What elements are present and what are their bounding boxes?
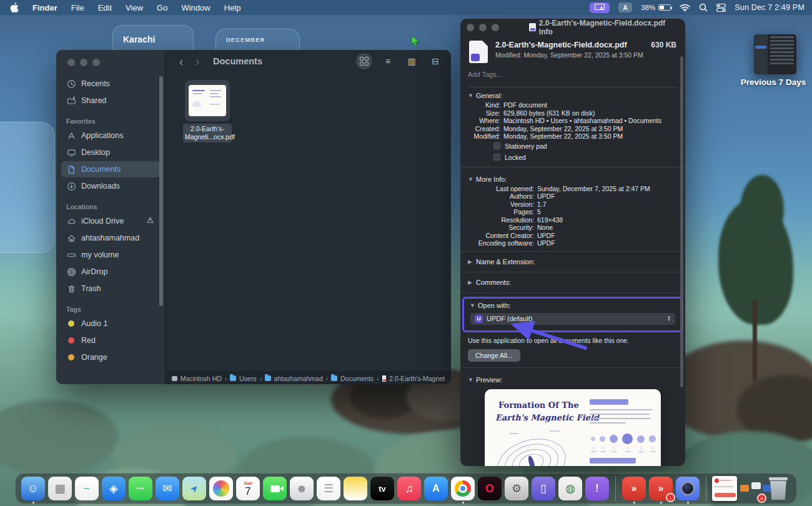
sidebar-item-desktop[interactable]: Desktop: [61, 144, 160, 161]
sidebar-item-shared[interactable]: Shared: [61, 92, 160, 109]
disclosure-triangle-icon[interactable]: ▶: [468, 259, 473, 265]
info-traffic-lights[interactable]: [467, 24, 499, 31]
dock-chrome[interactable]: [450, 474, 475, 503]
close-button[interactable]: [467, 24, 474, 31]
sidebar-item-downloads[interactable]: Downloads: [61, 178, 160, 194]
change-all-button[interactable]: Change All...: [468, 349, 520, 362]
dock-calendar[interactable]: Sun7: [235, 474, 260, 503]
open-with-dropdown[interactable]: U UPDF (default) ▲▼: [470, 312, 676, 325]
dock-reminders[interactable]: ☰: [316, 474, 341, 503]
menu-item-go[interactable]: Go: [157, 3, 167, 12]
path-segment[interactable]: ahtashamahmad: [274, 375, 323, 382]
more-info-section-header[interactable]: ▼More Info:: [460, 171, 685, 185]
sidebar-item-icloud-drive[interactable]: iCloud Drive: [61, 213, 160, 229]
zoom-button[interactable]: [92, 59, 100, 66]
battery-indicator[interactable]: 38%: [641, 4, 671, 11]
minimize-button[interactable]: [80, 59, 87, 66]
collapsed-section-name-extension-[interactable]: ▶Name & Extension:: [460, 255, 685, 268]
menu-item-window[interactable]: Window: [181, 3, 210, 12]
dock-notes[interactable]: [343, 474, 368, 503]
calendar-widget[interactable]: DECEMBER: [215, 29, 300, 50]
list-view-button[interactable]: ≡: [380, 53, 396, 69]
dock-photos[interactable]: [209, 474, 234, 503]
spotlight-search-icon[interactable]: [699, 3, 708, 12]
dock-mail[interactable]: ✉: [155, 474, 180, 503]
document-icon: [66, 164, 76, 174]
dock-trash[interactable]: [766, 474, 791, 503]
info-panel-scrollbar[interactable]: [680, 56, 683, 387]
dock-minimized-document-window[interactable]: [712, 474, 737, 503]
dock-launchpad[interactable]: ▦: [47, 474, 72, 503]
menu-clock[interactable]: Sun Dec 7 2:49 PM: [735, 3, 805, 12]
add-tags-field[interactable]: Add Tags...: [468, 71, 678, 87]
control-center-icon[interactable]: [716, 4, 726, 12]
sidebar-item-documents[interactable]: Documents: [61, 161, 160, 177]
apple-menu-icon[interactable]: [10, 2, 19, 12]
sidebar-item-audio-1[interactable]: Audio 1: [61, 315, 160, 332]
close-button[interactable]: [67, 59, 75, 66]
dock-contacts[interactable]: ☻: [289, 474, 314, 503]
dock-iphone-mirroring[interactable]: ▯: [531, 474, 556, 503]
checkbox[interactable]: [493, 154, 500, 161]
open-with-section-header[interactable]: ▼Open with:: [470, 300, 676, 309]
minimize-button[interactable]: [479, 24, 487, 31]
collapsed-section-comments-[interactable]: ▶Comments:: [460, 276, 685, 289]
file-icon-selected[interactable]: 2.0-Earth's- Magneti...ocx.pdf: [183, 80, 232, 142]
disclosure-triangle-icon[interactable]: ▼: [468, 377, 473, 383]
dock-operagx[interactable]: O: [477, 474, 502, 503]
sidebar-item-recents[interactable]: Recents: [61, 76, 160, 92]
sidebar-item-red[interactable]: Red: [61, 332, 160, 349]
dock-music[interactable]: ♫: [397, 474, 422, 503]
sidebar-item-ahtashamahmad[interactable]: ahtashamahmad: [61, 230, 160, 246]
icon-view-button[interactable]: [356, 53, 372, 69]
general-section-header[interactable]: ▼General:: [460, 87, 685, 101]
window-thumbnail[interactable]: [754, 34, 796, 74]
sidebar-scrollbar[interactable]: [159, 76, 163, 306]
path-segment[interactable]: Documents: [340, 375, 374, 382]
menu-item-edit[interactable]: Edit: [98, 3, 112, 12]
checkbox[interactable]: [493, 142, 500, 149]
screen-sharing-icon[interactable]: [590, 2, 610, 13]
dock-safari[interactable]: ◈: [101, 474, 126, 503]
dock-facetime[interactable]: [262, 474, 287, 503]
menu-item-finder[interactable]: Finder: [32, 3, 57, 12]
dock-finder[interactable]: ☺: [21, 474, 46, 503]
disclosure-triangle-icon[interactable]: ▼: [468, 176, 473, 182]
column-view-button[interactable]: ▥: [404, 53, 420, 69]
dock-minimized-thumbnails[interactable]: »: [739, 474, 764, 503]
sidebar-item-airdrop[interactable]: AirDrop: [61, 264, 160, 280]
disclosure-triangle-icon[interactable]: ▼: [470, 302, 475, 309]
menu-item-view[interactable]: View: [126, 3, 143, 12]
path-segment[interactable]: Users: [239, 375, 256, 382]
path-segment[interactable]: 2.0-Earth's-Magnet: [389, 375, 445, 382]
dock-maps[interactable]: ➤: [182, 474, 207, 503]
back-button[interactable]: ‹: [173, 54, 189, 69]
dock-globe-app[interactable]: ◍: [558, 474, 583, 503]
preview-section-header[interactable]: ▼Preview:: [460, 372, 685, 385]
menu-item-help[interactable]: Help: [224, 3, 241, 12]
dock-exclaim-app[interactable]: !: [585, 474, 610, 503]
sidebar-item-my-volume[interactable]: my volume: [61, 247, 160, 263]
dock-pdfelement[interactable]: »: [621, 474, 646, 503]
dock-settings[interactable]: ⚙: [504, 474, 529, 503]
disclosure-triangle-icon[interactable]: ▶: [468, 279, 473, 285]
dock-pdfelement-installer[interactable]: »↓: [648, 474, 673, 503]
dock-siri-orb[interactable]: [675, 474, 700, 503]
sidebar-item-trash[interactable]: Trash: [61, 280, 160, 297]
menu-item-file[interactable]: File: [71, 3, 84, 12]
dock-messages[interactable]: •••: [128, 474, 153, 503]
weather-widget[interactable]: Karachi: [112, 25, 194, 50]
dock-freeform[interactable]: ~: [74, 474, 99, 503]
input-source-icon[interactable]: A: [618, 2, 632, 12]
dock-appletv[interactable]: tv: [370, 474, 395, 503]
dock-appstore[interactable]: A: [423, 474, 448, 503]
gallery-view-button[interactable]: ⊟: [427, 53, 443, 69]
sidebar-item-applications[interactable]: Applications: [61, 127, 160, 144]
path-segment[interactable]: Macintosh HD: [181, 375, 222, 382]
sidebar-item-orange[interactable]: Orange: [61, 349, 160, 365]
zoom-button[interactable]: [492, 24, 499, 31]
disclosure-triangle-icon[interactable]: ▼: [468, 92, 473, 99]
forward-button[interactable]: ›: [189, 54, 205, 69]
finder-traffic-lights[interactable]: [67, 59, 100, 66]
wifi-icon[interactable]: [680, 4, 690, 12]
